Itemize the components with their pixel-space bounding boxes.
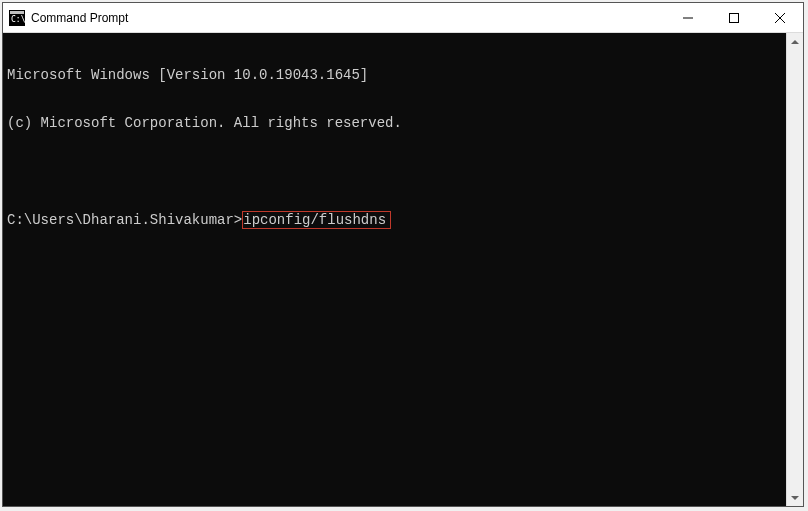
output-line-copyright: (c) Microsoft Corporation. All rights re…	[7, 115, 782, 131]
window-controls	[665, 3, 803, 32]
scroll-up-icon	[791, 40, 799, 44]
vertical-scrollbar[interactable]	[786, 33, 803, 506]
terminal-area: Microsoft Windows [Version 10.0.19043.16…	[3, 33, 803, 506]
svg-text:C:\: C:\	[11, 15, 25, 24]
scroll-up-button[interactable]	[787, 33, 803, 50]
window-title: Command Prompt	[31, 11, 665, 25]
minimize-button[interactable]	[665, 3, 711, 32]
titlebar[interactable]: C:\ Command Prompt	[3, 3, 803, 33]
terminal-output[interactable]: Microsoft Windows [Version 10.0.19043.16…	[3, 33, 786, 506]
command-highlight-box: ipconfig/flushdns	[242, 211, 391, 229]
close-button[interactable]	[757, 3, 803, 32]
command-prompt-window: C:\ Command Prompt Microsoft Windows [Ve…	[2, 2, 804, 507]
minimize-icon	[683, 13, 693, 23]
blank-line	[7, 163, 782, 179]
maximize-button[interactable]	[711, 3, 757, 32]
svg-rect-1	[10, 11, 24, 14]
typed-command: ipconfig/flushdns	[243, 212, 386, 228]
svg-rect-4	[730, 13, 739, 22]
prompt-line: C:\Users\Dharani.Shivakumar>ipconfig/flu…	[7, 211, 782, 229]
cmd-icon: C:\	[9, 10, 25, 26]
scroll-down-icon	[791, 496, 799, 500]
svg-marker-8	[791, 496, 799, 500]
prompt-path: C:\Users\Dharani.Shivakumar>	[7, 212, 242, 228]
output-line-version: Microsoft Windows [Version 10.0.19043.16…	[7, 67, 782, 83]
maximize-icon	[729, 13, 739, 23]
close-icon	[775, 13, 785, 23]
scroll-down-button[interactable]	[787, 489, 803, 506]
svg-marker-7	[791, 40, 799, 44]
